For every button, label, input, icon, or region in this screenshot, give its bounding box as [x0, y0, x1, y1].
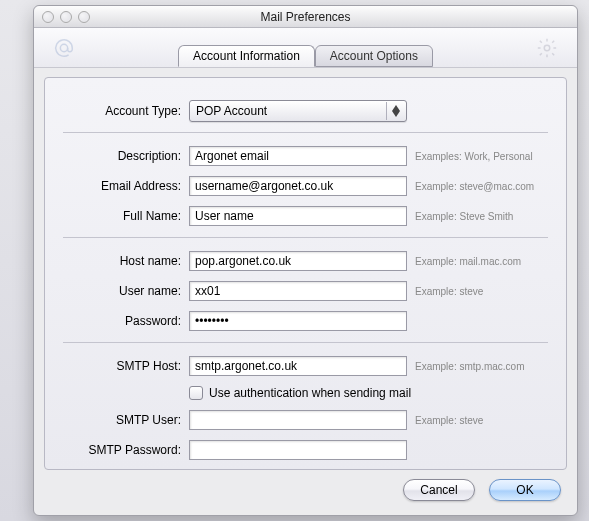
cancel-button[interactable]: Cancel [403, 479, 475, 501]
host-label: Host name: [63, 254, 181, 268]
description-label: Description: [63, 149, 181, 163]
smtp-auth-checkbox[interactable] [189, 386, 203, 400]
password-input[interactable] [189, 311, 407, 331]
smtp-host-hint: Example: smtp.mac.com [415, 361, 548, 372]
smtp-user-label: SMTP User: [63, 413, 181, 427]
smtp-host-label: SMTP Host: [63, 359, 181, 373]
tab-account-information[interactable]: Account Information [178, 45, 315, 67]
description-input[interactable] [189, 146, 407, 166]
window-title: Mail Preferences [34, 10, 577, 24]
smtp-host-input[interactable] [189, 356, 407, 376]
tab-label: Account Options [330, 49, 418, 63]
ok-button[interactable]: OK [489, 479, 561, 501]
user-hint: Example: steve [415, 286, 548, 297]
smtp-pass-input[interactable] [189, 440, 407, 460]
email-input[interactable] [189, 176, 407, 196]
fullname-label: Full Name: [63, 209, 181, 223]
user-label: User name: [63, 284, 181, 298]
toolbar: Account Information Account Options [34, 28, 577, 68]
smtp-pass-label: SMTP Password: [63, 443, 181, 457]
button-label: OK [516, 483, 533, 497]
description-hint: Examples: Work, Personal [415, 151, 548, 162]
fullname-input[interactable] [189, 206, 407, 226]
updown-arrows-icon [386, 102, 404, 120]
fullname-hint: Example: Steve Smith [415, 211, 548, 222]
smtp-user-hint: Example: steve [415, 415, 548, 426]
svg-point-1 [544, 45, 550, 51]
dialog-buttons: Cancel OK [403, 479, 561, 501]
preferences-window: Mail Preferences Account Information Acc… [33, 5, 578, 516]
host-input[interactable] [189, 251, 407, 271]
account-type-select[interactable]: POP Account [189, 100, 407, 122]
button-label: Cancel [420, 483, 457, 497]
email-hint: Example: steve@mac.com [415, 181, 548, 192]
gear-icon[interactable] [533, 34, 561, 62]
traffic-lights [42, 11, 90, 23]
smtp-user-input[interactable] [189, 410, 407, 430]
tab-bar: Account Information Account Options [178, 37, 433, 59]
at-sign-icon[interactable] [50, 34, 78, 62]
host-hint: Example: mail.mac.com [415, 256, 548, 267]
divider [63, 237, 548, 238]
email-label: Email Address: [63, 179, 181, 193]
divider [63, 342, 548, 343]
tab-label: Account Information [193, 49, 300, 63]
zoom-icon[interactable] [78, 11, 90, 23]
smtp-auth-label: Use authentication when sending mail [209, 386, 411, 400]
divider [63, 132, 548, 133]
tab-account-options[interactable]: Account Options [315, 45, 433, 67]
account-type-label: Account Type: [63, 104, 181, 118]
minimize-icon[interactable] [60, 11, 72, 23]
select-value: POP Account [196, 104, 267, 118]
password-label: Password: [63, 314, 181, 328]
svg-point-0 [60, 44, 67, 51]
user-input[interactable] [189, 281, 407, 301]
close-icon[interactable] [42, 11, 54, 23]
titlebar: Mail Preferences [34, 6, 577, 28]
account-form: Account Type: POP Account Description: E… [44, 77, 567, 470]
